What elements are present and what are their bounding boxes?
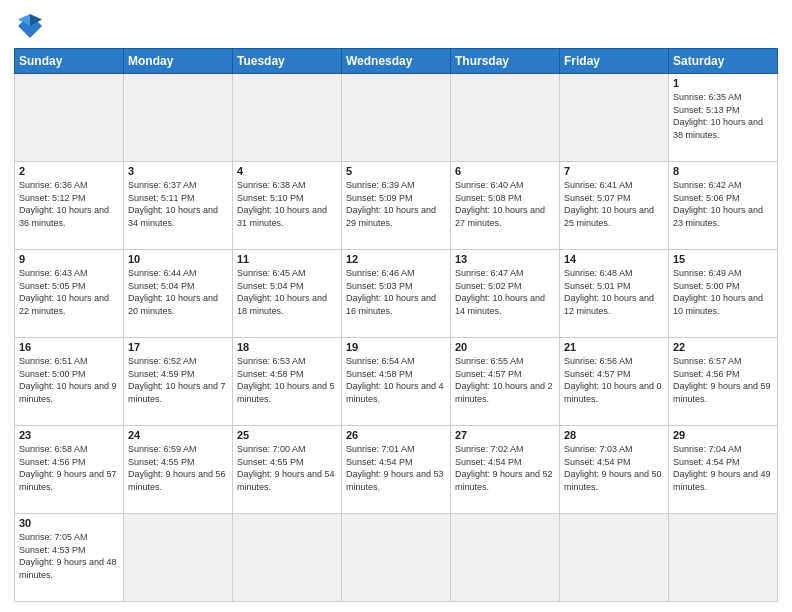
day-number: 6 [455, 165, 555, 177]
calendar-day-cell [560, 514, 669, 602]
day-info: Sunrise: 6:55 AMSunset: 4:57 PMDaylight:… [455, 355, 555, 405]
calendar-week-row: 16Sunrise: 6:51 AMSunset: 5:00 PMDayligh… [15, 338, 778, 426]
calendar-day-cell: 8Sunrise: 6:42 AMSunset: 5:06 PMDaylight… [669, 162, 778, 250]
calendar-day-cell: 7Sunrise: 6:41 AMSunset: 5:07 PMDaylight… [560, 162, 669, 250]
day-info: Sunrise: 6:49 AMSunset: 5:00 PMDaylight:… [673, 267, 773, 317]
calendar-day-cell [342, 514, 451, 602]
day-number: 22 [673, 341, 773, 353]
calendar-day-cell [15, 74, 124, 162]
day-info: Sunrise: 6:51 AMSunset: 5:00 PMDaylight:… [19, 355, 119, 405]
calendar-body: 1Sunrise: 6:35 AMSunset: 5:13 PMDaylight… [15, 74, 778, 602]
calendar-day-cell: 26Sunrise: 7:01 AMSunset: 4:54 PMDayligh… [342, 426, 451, 514]
day-number: 24 [128, 429, 228, 441]
calendar-week-row: 30Sunrise: 7:05 AMSunset: 4:53 PMDayligh… [15, 514, 778, 602]
day-info: Sunrise: 6:52 AMSunset: 4:59 PMDaylight:… [128, 355, 228, 405]
day-info: Sunrise: 6:57 AMSunset: 4:56 PMDaylight:… [673, 355, 773, 405]
header [14, 10, 778, 42]
calendar-week-row: 2Sunrise: 6:36 AMSunset: 5:12 PMDaylight… [15, 162, 778, 250]
calendar-day-cell [451, 74, 560, 162]
day-number: 5 [346, 165, 446, 177]
day-info: Sunrise: 6:47 AMSunset: 5:02 PMDaylight:… [455, 267, 555, 317]
day-number: 2 [19, 165, 119, 177]
calendar-day-cell: 21Sunrise: 6:56 AMSunset: 4:57 PMDayligh… [560, 338, 669, 426]
day-info: Sunrise: 7:00 AMSunset: 4:55 PMDaylight:… [237, 443, 337, 493]
day-number: 12 [346, 253, 446, 265]
day-info: Sunrise: 6:44 AMSunset: 5:04 PMDaylight:… [128, 267, 228, 317]
calendar-day-cell: 18Sunrise: 6:53 AMSunset: 4:58 PMDayligh… [233, 338, 342, 426]
calendar-day-cell: 11Sunrise: 6:45 AMSunset: 5:04 PMDayligh… [233, 250, 342, 338]
day-number: 4 [237, 165, 337, 177]
day-number: 8 [673, 165, 773, 177]
day-info: Sunrise: 6:59 AMSunset: 4:55 PMDaylight:… [128, 443, 228, 493]
logo [14, 10, 50, 42]
col-saturday: Saturday [669, 49, 778, 74]
day-info: Sunrise: 6:39 AMSunset: 5:09 PMDaylight:… [346, 179, 446, 229]
calendar-day-cell: 12Sunrise: 6:46 AMSunset: 5:03 PMDayligh… [342, 250, 451, 338]
calendar-day-cell [124, 514, 233, 602]
day-info: Sunrise: 7:04 AMSunset: 4:54 PMDaylight:… [673, 443, 773, 493]
calendar-week-row: 23Sunrise: 6:58 AMSunset: 4:56 PMDayligh… [15, 426, 778, 514]
logo-icon [14, 10, 46, 42]
calendar-day-cell: 6Sunrise: 6:40 AMSunset: 5:08 PMDaylight… [451, 162, 560, 250]
calendar-week-row: 1Sunrise: 6:35 AMSunset: 5:13 PMDaylight… [15, 74, 778, 162]
calendar-day-cell: 24Sunrise: 6:59 AMSunset: 4:55 PMDayligh… [124, 426, 233, 514]
day-number: 21 [564, 341, 664, 353]
day-number: 10 [128, 253, 228, 265]
day-info: Sunrise: 7:05 AMSunset: 4:53 PMDaylight:… [19, 531, 119, 581]
calendar-day-cell: 27Sunrise: 7:02 AMSunset: 4:54 PMDayligh… [451, 426, 560, 514]
calendar-day-cell: 1Sunrise: 6:35 AMSunset: 5:13 PMDaylight… [669, 74, 778, 162]
day-info: Sunrise: 6:58 AMSunset: 4:56 PMDaylight:… [19, 443, 119, 493]
col-thursday: Thursday [451, 49, 560, 74]
col-friday: Friday [560, 49, 669, 74]
day-number: 16 [19, 341, 119, 353]
day-number: 3 [128, 165, 228, 177]
calendar-week-row: 9Sunrise: 6:43 AMSunset: 5:05 PMDaylight… [15, 250, 778, 338]
calendar-day-cell: 20Sunrise: 6:55 AMSunset: 4:57 PMDayligh… [451, 338, 560, 426]
calendar-table: Sunday Monday Tuesday Wednesday Thursday… [14, 48, 778, 602]
calendar-day-cell: 22Sunrise: 6:57 AMSunset: 4:56 PMDayligh… [669, 338, 778, 426]
day-number: 11 [237, 253, 337, 265]
calendar-day-cell: 13Sunrise: 6:47 AMSunset: 5:02 PMDayligh… [451, 250, 560, 338]
day-info: Sunrise: 6:36 AMSunset: 5:12 PMDaylight:… [19, 179, 119, 229]
calendar-day-cell: 4Sunrise: 6:38 AMSunset: 5:10 PMDaylight… [233, 162, 342, 250]
day-number: 26 [346, 429, 446, 441]
day-info: Sunrise: 6:35 AMSunset: 5:13 PMDaylight:… [673, 91, 773, 141]
calendar-day-cell: 14Sunrise: 6:48 AMSunset: 5:01 PMDayligh… [560, 250, 669, 338]
calendar-day-cell [451, 514, 560, 602]
col-wednesday: Wednesday [342, 49, 451, 74]
calendar-day-cell [124, 74, 233, 162]
day-number: 28 [564, 429, 664, 441]
calendar-day-cell: 10Sunrise: 6:44 AMSunset: 5:04 PMDayligh… [124, 250, 233, 338]
calendar-day-cell: 3Sunrise: 6:37 AMSunset: 5:11 PMDaylight… [124, 162, 233, 250]
day-info: Sunrise: 6:38 AMSunset: 5:10 PMDaylight:… [237, 179, 337, 229]
calendar-day-cell: 28Sunrise: 7:03 AMSunset: 4:54 PMDayligh… [560, 426, 669, 514]
calendar-day-cell: 25Sunrise: 7:00 AMSunset: 4:55 PMDayligh… [233, 426, 342, 514]
day-info: Sunrise: 6:46 AMSunset: 5:03 PMDaylight:… [346, 267, 446, 317]
calendar-day-cell: 16Sunrise: 6:51 AMSunset: 5:00 PMDayligh… [15, 338, 124, 426]
day-number: 17 [128, 341, 228, 353]
calendar-day-cell: 9Sunrise: 6:43 AMSunset: 5:05 PMDaylight… [15, 250, 124, 338]
day-number: 19 [346, 341, 446, 353]
day-info: Sunrise: 7:02 AMSunset: 4:54 PMDaylight:… [455, 443, 555, 493]
day-number: 18 [237, 341, 337, 353]
calendar-header-row: Sunday Monday Tuesday Wednesday Thursday… [15, 49, 778, 74]
day-number: 7 [564, 165, 664, 177]
col-monday: Monday [124, 49, 233, 74]
page: Sunday Monday Tuesday Wednesday Thursday… [0, 0, 792, 612]
day-info: Sunrise: 6:56 AMSunset: 4:57 PMDaylight:… [564, 355, 664, 405]
day-info: Sunrise: 6:41 AMSunset: 5:07 PMDaylight:… [564, 179, 664, 229]
calendar-day-cell: 29Sunrise: 7:04 AMSunset: 4:54 PMDayligh… [669, 426, 778, 514]
calendar-day-cell: 17Sunrise: 6:52 AMSunset: 4:59 PMDayligh… [124, 338, 233, 426]
day-number: 25 [237, 429, 337, 441]
day-number: 14 [564, 253, 664, 265]
day-number: 23 [19, 429, 119, 441]
day-info: Sunrise: 7:01 AMSunset: 4:54 PMDaylight:… [346, 443, 446, 493]
day-info: Sunrise: 6:43 AMSunset: 5:05 PMDaylight:… [19, 267, 119, 317]
col-sunday: Sunday [15, 49, 124, 74]
calendar-day-cell [233, 514, 342, 602]
calendar-day-cell: 2Sunrise: 6:36 AMSunset: 5:12 PMDaylight… [15, 162, 124, 250]
day-number: 13 [455, 253, 555, 265]
calendar-day-cell [560, 74, 669, 162]
col-tuesday: Tuesday [233, 49, 342, 74]
calendar-day-cell [233, 74, 342, 162]
